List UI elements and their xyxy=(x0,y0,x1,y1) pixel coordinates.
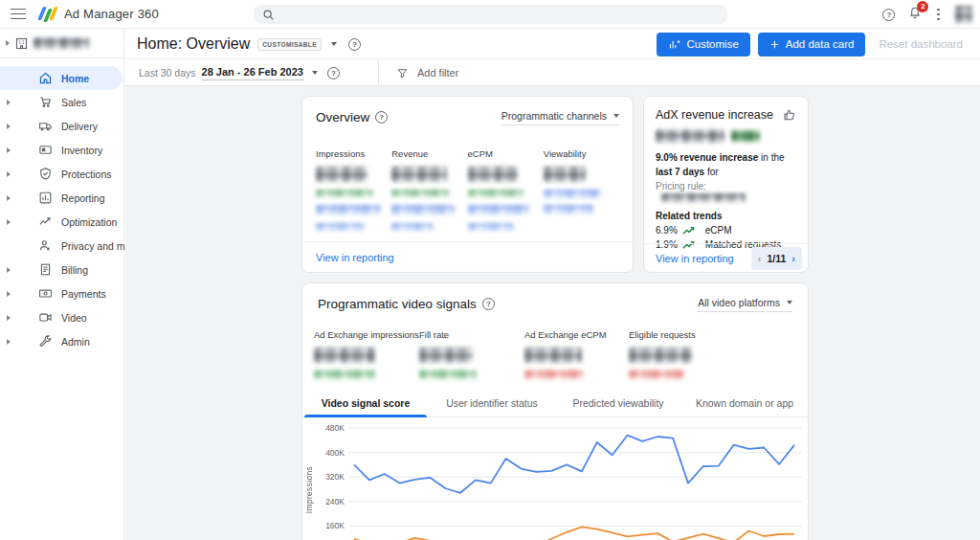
add-data-card-button[interactable]: Add data card xyxy=(758,33,866,56)
tab-known-domain-or-app[interactable]: Known domain or app xyxy=(681,390,808,416)
top-app-bar: Ad Manager 360 ? 2 xyxy=(0,0,980,29)
chevron-right-icon xyxy=(7,219,11,225)
inventory-icon xyxy=(38,143,53,157)
sidebar-item-protections[interactable]: Protections xyxy=(0,162,123,186)
chevron-right-icon xyxy=(7,124,11,129)
dashboard-content: Overview ? Programmatic channels Impress… xyxy=(125,86,980,540)
sidebar-item-billing[interactable]: Billing xyxy=(0,258,123,281)
sidebar-item-payments[interactable]: Payments xyxy=(0,281,123,305)
payments-icon xyxy=(38,286,53,301)
card-pager: ‹ 1/11 › xyxy=(751,247,802,270)
metric-ad-exchange-impressions: Ad Exchange impressions xyxy=(314,329,419,380)
svg-text:240K: 240K xyxy=(325,497,345,506)
pager-count: 1/11 xyxy=(767,253,786,264)
video-icon xyxy=(38,310,53,325)
shield-icon xyxy=(38,167,53,181)
search-icon xyxy=(262,9,275,21)
sidebar-item-sales[interactable]: Sales xyxy=(0,90,123,114)
help-icon[interactable]: ? xyxy=(348,38,361,51)
chevron-down-icon[interactable] xyxy=(331,42,337,46)
video-signals-card: Programmatic video signals ? All video p… xyxy=(301,282,809,540)
sidebar-item-home[interactable]: Home xyxy=(0,66,122,90)
home-icon xyxy=(38,71,53,85)
sidebar-item-delivery[interactable]: Delivery xyxy=(0,114,123,138)
view-in-reporting-link[interactable]: View in reporting xyxy=(316,252,394,263)
chevron-right-icon xyxy=(7,100,11,105)
adx-card-title: AdX revenue increase xyxy=(656,108,773,122)
more-options-icon[interactable] xyxy=(935,7,942,23)
date-range-picker[interactable]: 28 Jan - 26 Feb 2023 xyxy=(202,66,303,80)
customise-button[interactable]: Customise xyxy=(657,33,749,56)
notification-badge: 2 xyxy=(917,1,928,12)
customise-chart-icon xyxy=(668,38,680,51)
account-name-blurred xyxy=(33,37,89,49)
metric-impressions: Impressions xyxy=(316,148,391,234)
app-title: Ad Manager 360 xyxy=(64,7,159,21)
reset-dashboard-button[interactable]: Reset dashboard xyxy=(873,38,969,50)
page-header: Home: Overview CUSTOMISABLE ? Customise … xyxy=(125,30,980,59)
chevron-down-icon[interactable] xyxy=(312,71,318,75)
help-icon[interactable]: ? xyxy=(482,298,495,310)
help-icon[interactable]: ? xyxy=(882,9,895,21)
page-title: Home: Overview xyxy=(137,35,250,53)
chevron-right-icon xyxy=(7,339,11,345)
view-in-reporting-link[interactable]: View in reporting xyxy=(656,253,734,264)
sidebar-item-reporting[interactable]: Reporting xyxy=(0,186,123,210)
account-selector[interactable] xyxy=(0,29,123,58)
chevron-right-icon xyxy=(6,40,10,46)
line-chart-svg: 480K400K320K240K160K xyxy=(310,420,802,540)
truck-icon xyxy=(38,119,53,133)
overview-card: Overview ? Programmatic channels Impress… xyxy=(301,96,634,273)
adx-summary-text: 9.0% revenue increase in the last 7 days… xyxy=(656,151,796,179)
plus-icon xyxy=(769,39,780,50)
help-icon[interactable]: ? xyxy=(375,111,388,124)
avatar[interactable] xyxy=(955,6,972,23)
billing-icon xyxy=(38,262,53,277)
notifications-button[interactable]: 2 xyxy=(908,6,922,24)
chevron-right-icon xyxy=(7,147,11,153)
platform-filter-select[interactable]: All video platforms xyxy=(698,297,792,312)
filter-bar: Last 30 days 28 Jan - 26 Feb 2023 ? Add … xyxy=(125,60,980,86)
tab-predicted-viewability[interactable]: Predicted viewability xyxy=(555,390,681,416)
sidebar-item-inventory[interactable]: Inventory xyxy=(0,138,123,162)
help-icon[interactable]: ? xyxy=(327,67,340,79)
related-trends-label: Related trends xyxy=(656,211,796,221)
chevron-right-icon xyxy=(7,267,11,273)
next-card-icon[interactable]: › xyxy=(791,253,795,264)
date-range-label: Last 30 days xyxy=(139,67,196,79)
privacy-icon xyxy=(38,238,53,253)
trend-up-icon xyxy=(682,226,695,236)
sidebar: Home Sales Delivery xyxy=(0,29,124,540)
menu-icon[interactable] xyxy=(11,9,26,20)
pricing-rule-line: Pricing rule: xyxy=(656,181,796,202)
chevron-right-icon xyxy=(7,171,11,177)
add-filter-button[interactable]: Add filter xyxy=(396,67,458,79)
admin-icon xyxy=(38,334,53,349)
funnel-icon xyxy=(396,67,409,79)
overview-card-title: Overview ? xyxy=(316,110,388,124)
building-icon xyxy=(14,36,29,51)
overview-metrics: Impressions Revenue eCPM xyxy=(302,125,633,234)
tab-video-signal-score[interactable]: Video signal score xyxy=(302,390,429,416)
video-metrics: Ad Exchange impressions Fill rate Ad Exc… xyxy=(302,329,808,382)
sidebar-item-video[interactable]: Video xyxy=(0,305,123,329)
divider xyxy=(378,60,379,86)
adx-highlight-blurred xyxy=(656,129,796,143)
sidebar-item-admin[interactable]: Admin xyxy=(0,329,123,353)
metric-ecpm: eCPM xyxy=(468,148,544,234)
svg-text:480K: 480K xyxy=(325,423,345,433)
tab-user-identifier-status[interactable]: User identifier status xyxy=(429,390,555,416)
metric-revenue: Revenue xyxy=(391,148,467,234)
thumbs-up-icon[interactable] xyxy=(783,108,796,122)
topbar-actions: ? 2 xyxy=(882,0,972,29)
sidebar-item-optimization[interactable]: Optimization xyxy=(0,210,123,234)
chevron-right-icon xyxy=(7,291,11,297)
svg-text:400K: 400K xyxy=(325,448,345,458)
sidebar-nav: Home Sales Delivery xyxy=(0,58,123,353)
search-input[interactable] xyxy=(254,5,727,24)
previous-card-icon[interactable]: ‹ xyxy=(758,253,762,264)
channel-filter-select[interactable]: Programmatic channels xyxy=(501,110,619,125)
chevron-right-icon xyxy=(7,195,11,201)
sidebar-item-privacy-and-messaging[interactable]: Privacy and messaging xyxy=(0,234,123,258)
ad-manager-screen: Ad Manager 360 ? 2 xyxy=(0,0,980,540)
